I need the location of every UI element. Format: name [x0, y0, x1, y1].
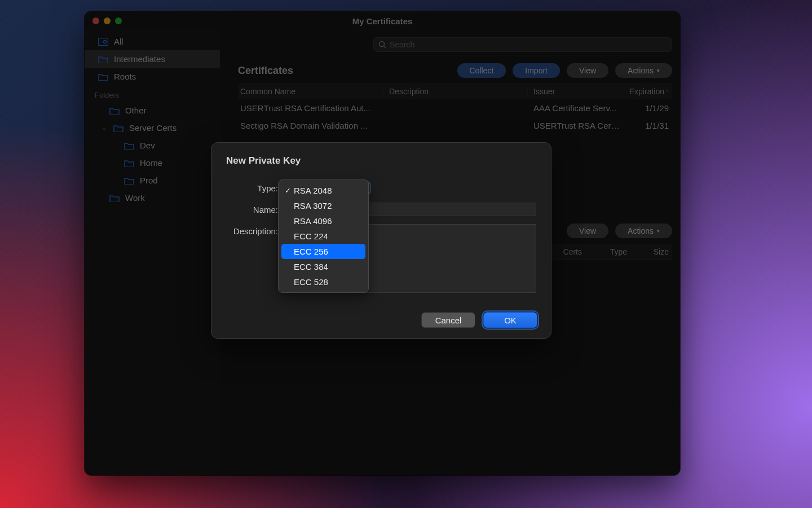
type-dropdown-menu: RSA 2048 RSA 3072 RSA 4096 ECC 224 ECC 2…: [278, 179, 369, 293]
name-label: Name:: [226, 203, 284, 214]
dropdown-option[interactable]: RSA 3072: [281, 198, 365, 213]
dropdown-option[interactable]: ECC 224: [281, 229, 365, 244]
dialog-title: New Private Key: [226, 155, 536, 167]
dropdown-option[interactable]: RSA 2048: [281, 183, 365, 198]
cancel-button[interactable]: Cancel: [421, 312, 475, 328]
dropdown-option[interactable]: RSA 4096: [281, 213, 365, 229]
dropdown-option[interactable]: ECC 384: [281, 259, 365, 274]
new-private-key-dialog: New Private Key Type: Name: Description:…: [211, 142, 551, 339]
ok-button[interactable]: OK: [483, 312, 537, 328]
dropdown-option[interactable]: ECC 528: [281, 274, 365, 290]
type-label: Type:: [226, 181, 284, 193]
dropdown-option[interactable]: ECC 256: [281, 244, 365, 259]
description-label: Description:: [226, 224, 284, 236]
